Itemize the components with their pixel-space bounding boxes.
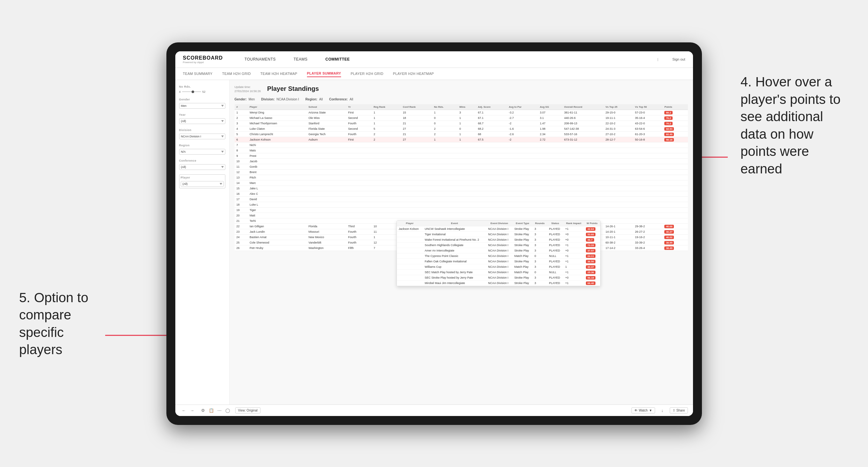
points-cell[interactable]: 40.68: [662, 223, 688, 229]
sub-nav-team-summary[interactable]: TEAM SUMMARY: [183, 70, 213, 77]
sub-nav-player-h2h-heatmap[interactable]: PLAYER H2H HEATMAP: [393, 70, 434, 77]
points-cell[interactable]: [662, 202, 688, 207]
table-row[interactable]: 13Pitch: [235, 175, 688, 180]
sign-out-btn[interactable]: Sign out: [672, 57, 685, 61]
nav-tournaments[interactable]: TOURNAMENTS: [242, 56, 278, 63]
share-btn[interactable]: ⇧ Share: [670, 407, 688, 413]
points-cell[interactable]: [662, 207, 688, 213]
table-row[interactable]: 4Luke ClatonFlorida StateSecond5272068.2…: [235, 126, 688, 131]
points-cell[interactable]: [662, 180, 688, 186]
points-cell[interactable]: [662, 175, 688, 180]
table-cell: [603, 207, 633, 213]
points-cell[interactable]: 40.02: [662, 234, 688, 240]
points-cell[interactable]: 38.49: [662, 245, 688, 251]
hover-table-row: Southern Highlands CollegiateNCAA Divisi…: [397, 242, 600, 248]
table-row[interactable]: 10Jacob: [235, 158, 688, 164]
sub-nav-h2h-grid[interactable]: TEAM H2H GRID: [222, 70, 251, 77]
table-cell: Matt: [248, 213, 307, 218]
table-cell: [346, 169, 372, 175]
table-cell: [432, 191, 458, 196]
toolbar-copy-btn[interactable]: 📋: [208, 407, 215, 414]
points-cell[interactable]: 38.95: [662, 240, 688, 245]
table-cell: 67.1: [476, 115, 507, 121]
points-cell[interactable]: [662, 186, 688, 191]
table-row[interactable]: 20Matt: [235, 213, 688, 218]
hover-table-cell: 1: [563, 264, 584, 269]
sub-nav-h2h-heatmap[interactable]: TEAM H2H HEATMAP: [260, 70, 298, 77]
points-cell[interactable]: 70.2: [662, 121, 688, 126]
slider-min: 4: [179, 90, 181, 93]
points-cell[interactable]: 40.27: [662, 229, 688, 234]
toolbar-settings-btn[interactable]: ⚙: [199, 407, 207, 414]
table-row[interactable]: 11Gonib: [235, 164, 688, 169]
table-row[interactable]: 5Christo LamprechtGeorgia TechFourth2212…: [235, 131, 688, 137]
table-cell: 26-27-2: [633, 229, 662, 234]
points-cell[interactable]: [662, 153, 688, 158]
nav-divider: |: [658, 58, 658, 61]
table-row[interactable]: 1Wenyi DingArizona StateFirst1151367.1-3…: [235, 110, 688, 115]
table-row[interactable]: 7Nichi: [235, 142, 688, 148]
view-original-btn[interactable]: View: Original: [235, 407, 261, 413]
table-row[interactable]: 3Michael ThorbjornsenStanfordFourth12101…: [235, 121, 688, 126]
table-cell: [633, 180, 662, 186]
table-row[interactable]: 9Prest: [235, 153, 688, 158]
hover-header-row: Player Event Event Division Event Type R…: [397, 221, 600, 226]
sub-nav-player-summary[interactable]: PLAYER SUMMARY: [307, 70, 341, 77]
table-row[interactable]: 17David: [235, 196, 688, 202]
sidebar-conference-select[interactable]: (All): [179, 164, 225, 170]
table-row[interactable]: 16Alex C: [235, 191, 688, 196]
table-row[interactable]: 2Michael La SassoOle MissSecond1180167.1…: [235, 115, 688, 121]
table-cell: [372, 158, 401, 164]
nav-committee[interactable]: COMMITTEE: [323, 56, 352, 63]
hover-points-cell: 66.40: [584, 280, 600, 286]
sidebar-region-select[interactable]: N/A: [179, 149, 225, 155]
points-cell[interactable]: 76.2: [662, 115, 688, 121]
slider-thumb[interactable]: [192, 91, 194, 93]
slider-track[interactable]: [182, 91, 201, 92]
toolbar-download-btn[interactable]: ↓: [659, 407, 666, 414]
points-cell[interactable]: [662, 169, 688, 175]
points-cell[interactable]: [662, 213, 688, 218]
toolbar-forward-btn[interactable]: →: [189, 407, 196, 414]
table-cell: [633, 186, 662, 191]
table-row[interactable]: 19Tiger: [235, 207, 688, 213]
hover-table-cell: +1: [563, 253, 584, 258]
toolbar-clock-btn[interactable]: ◯: [224, 407, 231, 414]
points-cell[interactable]: 58.18: [662, 137, 688, 142]
hover-table-cell: 3: [533, 242, 547, 248]
points-cell[interactable]: 88.2: [662, 110, 688, 115]
hover-table-row: Mirobel Maui Jim IntercollegiateNCAA Div…: [397, 280, 600, 286]
hover-points-cell: 36.50: [584, 258, 600, 264]
toolbar-dots-btn[interactable]: ⋯: [216, 407, 223, 414]
table-row[interactable]: 8Mats: [235, 148, 688, 153]
hover-table-cell: Southern Highlands Collegiate: [423, 242, 486, 248]
table-row[interactable]: 12Brent: [235, 169, 688, 175]
sidebar-player: Player (All): [179, 175, 225, 188]
sub-nav-player-h2h-grid[interactable]: PLAYER H2H GRID: [351, 70, 383, 77]
table-cell: Florida: [307, 223, 346, 229]
points-cell[interactable]: 60.49: [662, 131, 688, 137]
table-row[interactable]: 15Jake L: [235, 186, 688, 191]
table-row[interactable]: 14Marc: [235, 180, 688, 186]
points-cell[interactable]: [662, 158, 688, 164]
sidebar-year-select[interactable]: (All): [179, 118, 225, 124]
sidebar-gender-select[interactable]: Men Women: [179, 103, 225, 109]
sidebar-player-select[interactable]: (All): [181, 181, 224, 187]
points-cell[interactable]: 68.94: [662, 126, 688, 131]
points-cell[interactable]: [662, 142, 688, 148]
points-cell[interactable]: [662, 218, 688, 223]
table-cell: [562, 186, 604, 191]
sidebar-division-select[interactable]: NCAA Division I: [179, 133, 225, 139]
tablet-device: SCOREBOARD Powered by clippd TOURNAMENTS…: [166, 42, 702, 425]
toolbar-back-btn[interactable]: ←: [180, 407, 187, 414]
points-cell[interactable]: [662, 164, 688, 169]
table-row[interactable]: 6Jackson KohsonAuburnFirst2271167.5-22.7…: [235, 137, 688, 142]
nav-teams[interactable]: TEAMS: [291, 56, 310, 63]
points-cell[interactable]: [662, 191, 688, 196]
watch-btn[interactable]: 👁 Watch ▼: [631, 407, 655, 413]
hover-table-cell: 3: [533, 275, 547, 280]
table-row[interactable]: 18Luke L: [235, 202, 688, 207]
points-cell[interactable]: [662, 196, 688, 202]
table-cell: 533-57-16: [562, 131, 604, 137]
points-cell[interactable]: [662, 148, 688, 153]
